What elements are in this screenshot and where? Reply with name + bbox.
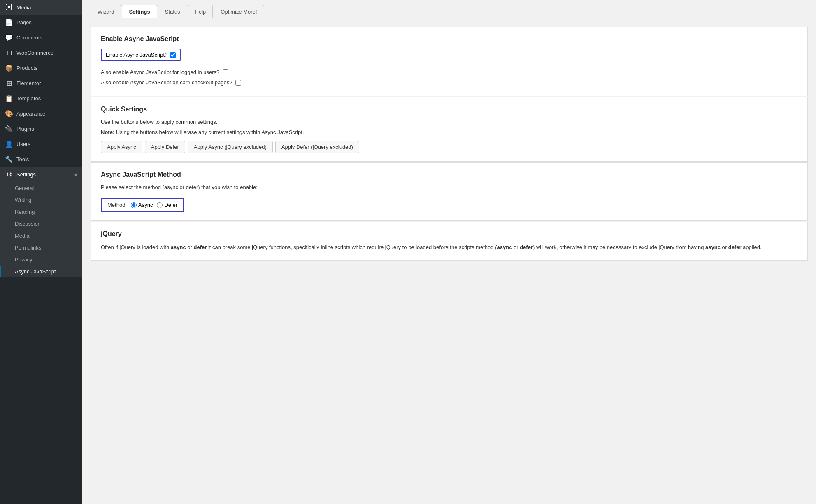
sidebar-item-users[interactable]: 👤 Users (0, 136, 82, 152)
enable-async-checkbox-label[interactable]: Enable Async JavaScript? (101, 49, 181, 61)
settings-arrow-icon: ◀ (74, 172, 77, 177)
jquery-title: jQuery (101, 230, 797, 238)
method-section: Async JavaScript Method Please select th… (91, 162, 808, 221)
sidebar-item-comments[interactable]: 💬 Comments (0, 30, 82, 45)
defer-bold-3: defer (728, 244, 742, 250)
sidebar-submenu-general[interactable]: General (0, 182, 82, 194)
plugins-icon: 🔌 (5, 125, 13, 133)
note-prefix: Note: (101, 129, 114, 135)
logged-in-row: Also enable Async JavaScript for logged … (101, 67, 797, 77)
tab-help[interactable]: Help (188, 5, 213, 18)
method-selection-row: Method: Async Defer (101, 198, 184, 212)
sidebar: 🖼 Media 📄 Pages 💬 Comments ⊡ WooCommerce… (0, 0, 82, 504)
apply-defer-button[interactable]: Apply Defer (145, 141, 185, 153)
method-title: Async JavaScript Method (101, 171, 797, 178)
method-label: Method: (107, 202, 127, 208)
sidebar-submenu-privacy[interactable]: Privacy (0, 254, 82, 266)
pages-icon: 📄 (5, 18, 13, 26)
cart-row: Also enable Async JavaScript on cart/ ch… (101, 77, 797, 88)
method-desc: Please select the method (async or defer… (101, 184, 797, 190)
defer-bold-1: defer (193, 244, 207, 250)
sidebar-submenu-reading[interactable]: Reading (0, 206, 82, 218)
comments-icon: 💬 (5, 34, 13, 42)
quick-settings-buttons: Apply Async Apply Defer Apply Async (jQu… (101, 141, 797, 153)
elementor-icon: ⊞ (5, 79, 13, 87)
sidebar-submenu-discussion[interactable]: Discussion (0, 218, 82, 230)
async-radio[interactable] (131, 202, 137, 208)
enable-async-section: Enable Async JavaScript Enable Async Jav… (91, 27, 808, 96)
quick-settings-title: Quick Settings (101, 106, 797, 113)
tab-wizard[interactable]: Wizard (91, 5, 121, 18)
async-radio-option[interactable]: Async (131, 202, 153, 208)
tabs-bar: Wizard Settings Status Help Optimize Mor… (82, 0, 816, 18)
sidebar-item-pages[interactable]: 📄 Pages (0, 15, 82, 30)
appearance-icon: 🎨 (5, 110, 13, 118)
sidebar-submenu-writing[interactable]: Writing (0, 194, 82, 206)
sidebar-submenu-media[interactable]: Media (0, 230, 82, 242)
apply-defer-jquery-excluded-button[interactable]: Apply Defer (jQuery excluded) (275, 141, 359, 153)
sidebar-item-woocommerce[interactable]: ⊡ WooCommerce (0, 45, 82, 60)
tab-optimize-more[interactable]: Optimize More! (214, 5, 264, 18)
quick-settings-desc: Use the buttons below to apply common se… (101, 119, 797, 125)
sidebar-submenu-async-javascript[interactable]: Async JavaScript (0, 266, 82, 277)
quick-settings-note: Note: Using the buttons below will erase… (101, 129, 797, 135)
logged-in-checkbox[interactable] (223, 69, 228, 75)
async-bold-3: async (705, 244, 721, 250)
sidebar-item-plugins[interactable]: 🔌 Plugins (0, 121, 82, 136)
settings-submenu: General Writing Reading Discussion Media… (0, 182, 82, 277)
defer-radio-option[interactable]: Defer (157, 202, 177, 208)
sidebar-item-templates[interactable]: 📋 Templates (0, 91, 82, 106)
sidebar-submenu-permalinks[interactable]: Permalinks (0, 242, 82, 254)
jquery-section: jQuery Often if jQuery is loaded with as… (91, 222, 808, 261)
enable-async-title: Enable Async JavaScript (101, 35, 797, 43)
sidebar-item-elementor[interactable]: ⊞ Elementor (0, 76, 82, 91)
products-icon: 📦 (5, 64, 13, 72)
settings-icon: ⚙ (5, 171, 13, 178)
defer-radio[interactable] (157, 202, 163, 208)
content-area: Enable Async JavaScript Enable Async Jav… (82, 18, 816, 270)
sidebar-item-media[interactable]: 🖼 Media (0, 0, 82, 15)
enable-async-checkbox[interactable] (170, 52, 176, 58)
templates-icon: 📋 (5, 95, 13, 102)
tab-status[interactable]: Status (158, 5, 187, 18)
jquery-description: Often if jQuery is loaded with async or … (101, 243, 797, 252)
apply-async-jquery-excluded-button[interactable]: Apply Async (jQuery excluded) (188, 141, 273, 153)
users-icon: 👤 (5, 140, 13, 148)
sidebar-item-tools[interactable]: 🔧 Tools (0, 152, 82, 167)
apply-async-button[interactable]: Apply Async (101, 141, 142, 153)
cart-checkbox[interactable] (235, 80, 241, 86)
sidebar-item-settings[interactable]: ⚙ Settings ◀ (0, 167, 82, 182)
media-icon: 🖼 (5, 4, 13, 11)
sidebar-item-products[interactable]: 📦 Products (0, 60, 82, 76)
async-bold-1: async (171, 244, 186, 250)
main-content: Wizard Settings Status Help Optimize Mor… (82, 0, 816, 504)
tab-settings[interactable]: Settings (122, 5, 157, 18)
tools-icon: 🔧 (5, 155, 13, 163)
woocommerce-icon: ⊡ (5, 49, 13, 57)
sidebar-item-appearance[interactable]: 🎨 Appearance (0, 106, 82, 121)
async-bold-2: async (497, 244, 512, 250)
quick-settings-section: Quick Settings Use the buttons below to … (91, 97, 808, 162)
defer-bold-2: defer (520, 244, 533, 250)
